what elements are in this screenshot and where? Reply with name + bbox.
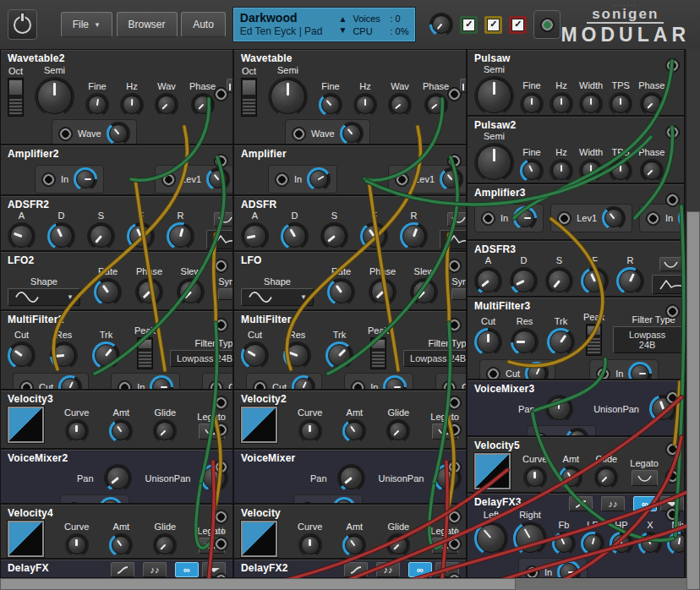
- tps-knob[interactable]: [609, 92, 632, 116]
- output-port[interactable]: [665, 442, 680, 456]
- output-port[interactable]: [214, 87, 228, 101]
- cut-input-port[interactable]: [209, 380, 223, 391]
- cut-input-port[interactable]: [253, 380, 267, 391]
- d-knob[interactable]: [510, 267, 538, 295]
- slew-mode-button[interactable]: [111, 562, 134, 577]
- d-knob[interactable]: [47, 222, 75, 250]
- tempo-sync-button[interactable]: ♪♪: [601, 496, 625, 511]
- oct-slider[interactable]: [8, 78, 24, 117]
- hz-knob[interactable]: [120, 93, 144, 117]
- glide-knob[interactable]: [386, 533, 410, 557]
- cut-knob[interactable]: [8, 341, 36, 369]
- a-knob[interactable]: [8, 222, 36, 250]
- env-curve-button[interactable]: [659, 257, 682, 271]
- cut-knob[interactable]: [474, 328, 502, 356]
- in-input-port[interactable]: [118, 380, 132, 391]
- hz-knob[interactable]: [353, 93, 377, 117]
- phase-knob[interactable]: [640, 159, 664, 183]
- glide-knob[interactable]: [153, 419, 177, 443]
- fine-knob[interactable]: [520, 159, 544, 183]
- curve-knob[interactable]: [298, 533, 322, 557]
- in-mod-knob[interactable]: [513, 206, 537, 230]
- in-input-port[interactable]: [41, 172, 56, 187]
- output-port[interactable]: [214, 259, 228, 273]
- r-knob[interactable]: [616, 267, 644, 295]
- res-knob[interactable]: [50, 341, 78, 369]
- output-port[interactable]: [665, 125, 680, 139]
- in-input-port[interactable]: [596, 367, 610, 380]
- res-knob[interactable]: [511, 328, 539, 356]
- lev1-input-port[interactable]: [161, 172, 176, 187]
- a-knob[interactable]: [241, 222, 269, 250]
- output-port[interactable]: [665, 304, 680, 319]
- output-port[interactable]: [665, 58, 680, 73]
- oct-slider[interactable]: [241, 78, 257, 117]
- output-port-2[interactable]: [665, 469, 680, 483]
- output-port[interactable]: [214, 396, 228, 410]
- lev1-mod-knob[interactable]: [206, 167, 230, 191]
- horizontal-scrollbar-thumb[interactable]: [0, 578, 516, 590]
- in-mod-knob[interactable]: [150, 375, 173, 390]
- hz-knob[interactable]: [550, 159, 573, 183]
- curve-knob[interactable]: [65, 533, 89, 557]
- patch-jack-button[interactable]: [533, 10, 561, 39]
- trk-knob[interactable]: [325, 341, 353, 369]
- sync-toggle[interactable]: [218, 288, 233, 300]
- curve-knob[interactable]: [523, 466, 547, 489]
- left-knob[interactable]: [474, 522, 508, 555]
- output-port[interactable]: [447, 87, 462, 101]
- output-port[interactable]: [214, 318, 228, 332]
- master-volume-knob[interactable]: [429, 13, 453, 36]
- in-input-port[interactable]: [351, 380, 365, 391]
- in-mod-knob[interactable]: [566, 428, 589, 436]
- velocity-curve-display[interactable]: [8, 521, 44, 557]
- cut-mod-knob[interactable]: [58, 375, 82, 390]
- semi-knob[interactable]: [268, 77, 308, 117]
- f-knob[interactable]: [127, 222, 155, 250]
- semi-knob[interactable]: [35, 77, 74, 117]
- filter-type-dropdown[interactable]: Lowpass 24B▼: [403, 350, 467, 367]
- pan-knob[interactable]: [545, 395, 573, 423]
- fb-knob[interactable]: [552, 532, 576, 555]
- phase-knob[interactable]: [640, 92, 664, 116]
- phase-knob[interactable]: [424, 93, 448, 117]
- pan-knob[interactable]: [337, 464, 365, 492]
- width-knob[interactable]: [579, 159, 603, 183]
- s-knob[interactable]: [545, 267, 573, 295]
- output-port[interactable]: [665, 391, 680, 405]
- output-port-2[interactable]: [447, 423, 462, 437]
- legato-button[interactable]: [632, 470, 658, 486]
- output-port-2[interactable]: [447, 537, 462, 551]
- output-port[interactable]: [214, 510, 228, 524]
- tempo-sync-button[interactable]: ♪♪: [376, 562, 400, 577]
- rate-knob[interactable]: [327, 278, 355, 306]
- hz-knob[interactable]: [550, 92, 573, 116]
- a-knob[interactable]: [474, 267, 502, 295]
- lev1-mod-knob[interactable]: [440, 167, 463, 191]
- amt-knob[interactable]: [109, 533, 133, 557]
- infinite-feedback-button[interactable]: ∞: [633, 496, 657, 511]
- cut-mod-knob[interactable]: [525, 362, 549, 380]
- preset-down-button[interactable]: ▼: [339, 26, 347, 35]
- in-mod-knob[interactable]: [307, 167, 331, 191]
- output-port[interactable]: [447, 154, 462, 168]
- pan-knob[interactable]: [104, 464, 132, 492]
- cut-knob[interactable]: [241, 341, 269, 369]
- auto-button[interactable]: Auto: [181, 12, 226, 37]
- in-input-port[interactable]: [525, 565, 539, 579]
- in-mod-knob[interactable]: [99, 497, 123, 504]
- trk-knob[interactable]: [92, 341, 120, 369]
- cut-input-port[interactable]: [486, 367, 500, 380]
- envelope-dropdown[interactable]: ▼: [440, 230, 467, 249]
- slew-knob[interactable]: [177, 278, 205, 306]
- f-knob[interactable]: [360, 222, 388, 250]
- vertical-scrollbar[interactable]: [686, 49, 700, 590]
- velocity-curve-display[interactable]: [241, 407, 277, 443]
- wave-input-port[interactable]: [292, 127, 306, 141]
- lfo-shape-dropdown[interactable]: ▼: [8, 288, 80, 306]
- fine-knob[interactable]: [520, 92, 544, 116]
- lev1-input-port[interactable]: [395, 172, 409, 187]
- curve-knob[interactable]: [298, 419, 322, 443]
- peak-slider[interactable]: [137, 337, 153, 369]
- output-port[interactable]: [447, 460, 462, 474]
